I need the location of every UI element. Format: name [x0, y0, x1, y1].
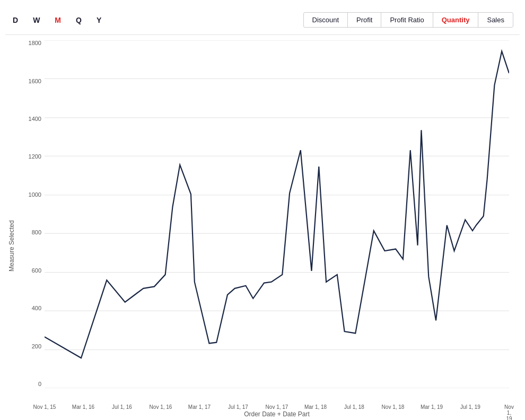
y-tick-400: 400 [18, 305, 45, 311]
time-filter-q[interactable]: Q [75, 14, 83, 27]
measure-filter-quantity[interactable]: Quantity [433, 13, 479, 27]
chart-plot [45, 40, 509, 388]
y-tick-1000: 1000 [18, 192, 45, 198]
x-axis-title: Order Date + Date Part [45, 410, 509, 418]
x-tick-4: Mar 1, 17 [188, 404, 211, 410]
x-tick-11: Jul 1, 19 [460, 404, 480, 410]
x-tick-6: Nov 1, 17 [266, 404, 288, 410]
y-tick-200: 200 [18, 344, 45, 349]
y-tick-1800: 1800 [18, 40, 45, 46]
time-filter-m[interactable]: M [54, 14, 62, 27]
x-tick-1: Mar 1, 16 [72, 404, 94, 410]
x-tick-10: Mar 1, 19 [421, 404, 443, 410]
measure-filter-sales[interactable]: Sales [478, 13, 513, 27]
measure-filter-profit-ratio[interactable]: Profit Ratio [381, 13, 433, 27]
time-filters: DWMQY [12, 14, 102, 27]
top-bar: DWMQY DiscountProfitProfit RatioQuantity… [5, 5, 520, 35]
x-tick-0: Nov 1, 15 [33, 404, 56, 410]
measure-filters: DiscountProfitProfit RatioQuantitySales [303, 12, 514, 28]
y-tick-1600: 1600 [18, 78, 45, 84]
x-tick-2: Jul 1, 16 [112, 404, 132, 410]
measure-filter-discount[interactable]: Discount [304, 13, 348, 27]
y-axis-label: Measure Selected [5, 40, 18, 420]
main-container: DWMQY DiscountProfitProfit RatioQuantity… [0, 0, 525, 420]
y-tick-0: 0 [18, 381, 45, 387]
y-tick-800: 800 [18, 230, 45, 235]
x-tick-5: Jul 1, 17 [228, 404, 248, 410]
y-tick-1200: 1200 [18, 154, 45, 160]
y-tick-labels: 020040060080010001200140016001800 [18, 40, 45, 388]
chart-inner: 020040060080010001200140016001800 [18, 40, 520, 420]
time-filter-d[interactable]: D [12, 14, 19, 27]
measure-filter-profit[interactable]: Profit [348, 13, 381, 27]
y-tick-600: 600 [18, 268, 45, 274]
line-chart-svg [45, 40, 509, 388]
x-tick-8: Jul 1, 18 [344, 404, 364, 410]
x-tick-3: Nov 1, 16 [150, 404, 172, 410]
time-filter-y[interactable]: Y [95, 14, 102, 27]
chart-area: Measure Selected 02004006008001000120014… [5, 40, 520, 420]
time-filter-w[interactable]: W [32, 14, 41, 27]
y-tick-1400: 1400 [18, 116, 45, 122]
x-tick-7: Mar 1, 18 [304, 404, 327, 410]
x-tick-9: Nov 1, 18 [382, 404, 405, 410]
